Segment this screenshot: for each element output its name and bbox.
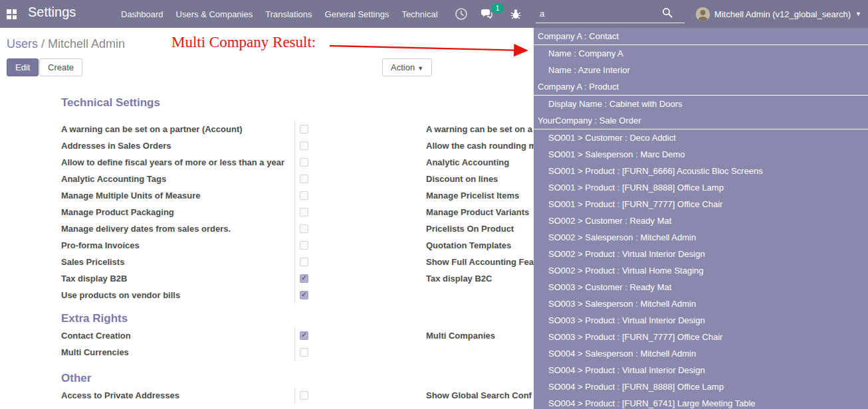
setting-label-right-column: Allow the cash rounding m bbox=[426, 141, 536, 151]
search-result-item[interactable]: SO003 > Customer : Ready Mat bbox=[534, 279, 868, 295]
nav-item-dashboard[interactable]: Dashboard bbox=[121, 9, 163, 19]
setting-row: A warning can be set on a partner (Accou… bbox=[61, 121, 535, 137]
setting-label-right-column: Analytic Accounting bbox=[426, 157, 509, 167]
section-rows-extra-rights: Contact CreationMulti CompaniesMulti Cur… bbox=[61, 327, 535, 361]
setting-row: Access to Private AddressesShow Global S… bbox=[61, 387, 535, 404]
create-button[interactable]: Create bbox=[39, 58, 82, 76]
setting-label: Sales Pricelists bbox=[61, 257, 294, 267]
search-result-item[interactable]: Name : Company A bbox=[534, 45, 868, 62]
setting-row: Manage Multiple Units of MeasureManage P… bbox=[61, 187, 535, 204]
checkbox-unchecked[interactable] bbox=[300, 391, 308, 400]
user-menu[interactable]: Mitchell Admin (v12_global_search) ▼ bbox=[696, 0, 861, 28]
app-name[interactable]: Settings bbox=[28, 5, 76, 20]
setting-label: Contact Creation bbox=[61, 331, 294, 341]
top-navbar: Settings Dashboard Users & Companies Tra… bbox=[0, 0, 868, 28]
search-input[interactable] bbox=[538, 6, 664, 21]
magnifier-icon[interactable] bbox=[662, 7, 673, 18]
page: Settings Dashboard Users & Companies Tra… bbox=[0, 0, 868, 409]
checkbox-cell bbox=[294, 187, 326, 204]
search-result-item[interactable]: SO003 > Salesperson : Mitchell Admin bbox=[534, 295, 868, 312]
search-result-item[interactable]: SO002 > Product : Virtual Home Staging bbox=[534, 262, 868, 279]
search-result-group-header: Company A : Product bbox=[534, 78, 868, 96]
action-dropdown-button[interactable]: Action▼ bbox=[382, 58, 432, 76]
edit-button[interactable]: Edit bbox=[7, 58, 39, 76]
checkbox-unchecked[interactable] bbox=[300, 348, 308, 357]
clock-icon[interactable] bbox=[455, 7, 468, 21]
search-result-item[interactable]: SO002 > Customer : Ready Mat bbox=[534, 212, 868, 229]
setting-row: Allow to define fiscal years of more or … bbox=[61, 154, 535, 171]
nav-item-technical[interactable]: Technical bbox=[401, 9, 437, 19]
checkbox-unchecked[interactable] bbox=[300, 224, 308, 233]
breadcrumb-separator: / bbox=[38, 37, 48, 50]
nav-item-general-settings[interactable]: General Settings bbox=[325, 9, 389, 19]
user-avatar bbox=[696, 7, 710, 21]
setting-label: Multi Currencies bbox=[61, 347, 294, 357]
annotation-arrow bbox=[326, 40, 533, 57]
setting-label-right-column: Manage Product Variants bbox=[426, 207, 529, 217]
checkbox-unchecked[interactable] bbox=[300, 158, 308, 167]
search-result-item[interactable]: SO001 > Salesperson : Marc Demo bbox=[534, 146, 868, 163]
apps-grid-square bbox=[13, 9, 17, 14]
search-result-item[interactable]: SO002 > Salesperson : Mitchell Admin bbox=[534, 229, 868, 246]
section-rows-technical-settings: A warning can be set on a partner (Accou… bbox=[61, 121, 535, 303]
setting-label: Manage delivery dates from sales orders. bbox=[61, 224, 294, 234]
user-name: Mitchell Admin (v12_global_search) bbox=[714, 9, 851, 19]
setting-label-right-column: A warning can be set on a bbox=[426, 124, 532, 134]
setting-label-right-column: Manage Pricelist Items bbox=[426, 191, 519, 201]
checkbox-cell bbox=[294, 270, 326, 287]
search-result-item[interactable]: SO004 > Product : Virtual Interior Desig… bbox=[534, 362, 868, 378]
search-result-item[interactable]: SO002 > Product : Virtual Interior Desig… bbox=[534, 246, 868, 262]
setting-row: Sales PricelistsShow Full Accounting Fea bbox=[61, 254, 535, 270]
setting-row: Addresses in Sales OrdersAllow the cash … bbox=[61, 137, 535, 154]
checkbox-checked[interactable] bbox=[300, 331, 308, 340]
checkbox-checked[interactable] bbox=[300, 274, 308, 283]
search-result-item[interactable]: SO003 > Product : [FURN_7777] Office Cha… bbox=[534, 329, 868, 345]
nav-item-translations[interactable]: Translations bbox=[265, 9, 312, 19]
setting-label: Analytic Accounting Tags bbox=[61, 174, 294, 184]
checkbox-cell bbox=[294, 204, 326, 220]
search-result-item[interactable]: Display Name : Cabinet with Doors bbox=[534, 96, 868, 112]
apps-grid-square bbox=[7, 9, 11, 14]
caret-down-icon: ▼ bbox=[855, 11, 861, 17]
search-result-item[interactable]: SO004 > Salesperson : Mitchell Admin bbox=[534, 345, 868, 362]
setting-label: Allow to define fiscal years of more or … bbox=[61, 157, 294, 167]
nav-item-users-companies[interactable]: Users & Companies bbox=[176, 9, 253, 19]
breadcrumb-current: Mitchell Admin bbox=[48, 37, 125, 50]
checkbox-cell bbox=[294, 327, 326, 344]
breadcrumb: Users / Mitchell Admin bbox=[7, 37, 125, 51]
search-result-item[interactable]: SO001 > Customer : Deco Addict bbox=[534, 129, 868, 146]
checkbox-unchecked[interactable] bbox=[300, 208, 308, 216]
section-title-extra-rights: Extra Rights bbox=[61, 310, 535, 327]
setting-row: Pro-forma InvoicesQuotation Templates bbox=[61, 237, 535, 254]
search-result-item[interactable]: Name : Azure Interior bbox=[534, 62, 868, 78]
checkbox-unchecked[interactable] bbox=[300, 141, 308, 150]
search-result-item[interactable]: SO001 > Product : [FURN_8888] Office Lam… bbox=[534, 179, 868, 196]
setting-label-right-column: Multi Companies bbox=[426, 331, 495, 341]
checkbox-unchecked[interactable] bbox=[300, 125, 308, 133]
search-result-item[interactable]: SO001 > Product : [FURN_6666] Acoustic B… bbox=[534, 163, 868, 179]
setting-label-right-column: Quotation Templates bbox=[426, 240, 511, 250]
checkbox-unchecked[interactable] bbox=[300, 191, 308, 200]
checkbox-cell bbox=[294, 237, 326, 254]
checkbox-cell bbox=[294, 387, 326, 404]
checkbox-cell bbox=[294, 344, 326, 361]
checkbox-unchecked[interactable] bbox=[300, 241, 308, 250]
checkbox-unchecked[interactable] bbox=[300, 258, 308, 266]
setting-label-right-column: Tax display B2C bbox=[426, 274, 492, 284]
search-result-item[interactable]: SO004 > Product : [FURN_6741] Large Meet… bbox=[534, 395, 868, 409]
search-result-item[interactable]: SO001 > Product : [FURN_7777] Office Cha… bbox=[534, 196, 868, 212]
bug-icon[interactable] bbox=[509, 7, 522, 21]
checkbox-checked[interactable] bbox=[300, 291, 308, 299]
search-result-item[interactable]: SO003 > Product : Virtual Interior Desig… bbox=[534, 312, 868, 329]
search-result-item[interactable]: SO004 > Product : [FURN_8888] Office Lam… bbox=[534, 378, 868, 395]
checkbox-cell bbox=[294, 154, 326, 171]
breadcrumb-users-link[interactable]: Users bbox=[7, 37, 38, 50]
checkbox-unchecked[interactable] bbox=[300, 175, 308, 183]
nav-menu: Dashboard Users & Companies Translations… bbox=[121, 0, 438, 28]
setting-label: Manage Product Packaging bbox=[61, 207, 294, 217]
search-result-group-header: YourCompany : Sale Order bbox=[534, 112, 868, 129]
setting-row: Multi Currencies bbox=[61, 344, 535, 361]
apps-grid-icon[interactable] bbox=[7, 9, 17, 19]
section-title-other: Other bbox=[61, 370, 535, 387]
setting-label-right-column: Show Global Search Conf bbox=[426, 390, 532, 400]
